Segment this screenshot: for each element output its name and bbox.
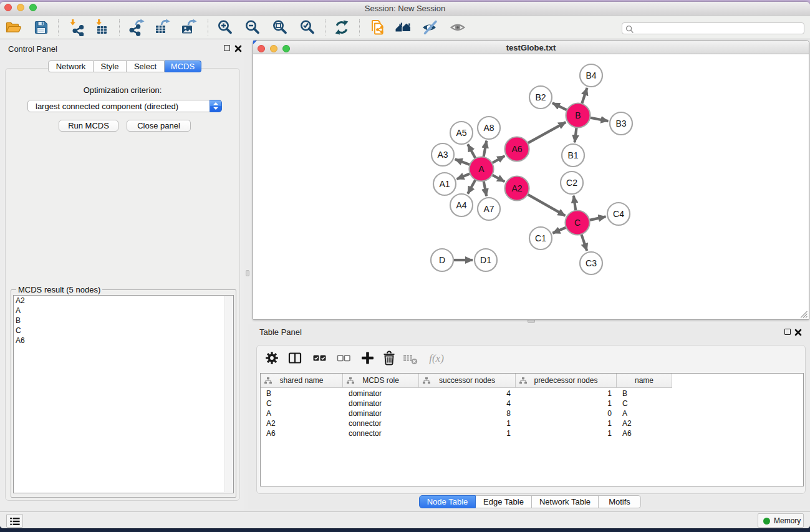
export-image-button[interactable] [180,19,198,36]
node-A1[interactable]: A1 [433,173,456,195]
search-input[interactable] [636,24,801,33]
node-B1[interactable]: B1 [562,144,584,167]
edge-B-B2[interactable] [552,103,567,110]
cell-MCDS-role[interactable]: connector [343,418,419,428]
task-history-button[interactable] [6,514,23,528]
node-C1[interactable]: C1 [529,227,552,249]
node-A2[interactable]: A2 [505,177,529,201]
edge-A2-C[interactable] [528,195,565,216]
cell-predecessor-nodes[interactable]: 1 [516,399,617,409]
edge-C-C3[interactable] [581,235,587,251]
node-A8[interactable]: A8 [478,117,500,139]
zoom-in-button[interactable] [216,19,234,36]
save-button[interactable] [32,19,50,36]
edge-A-A8[interactable] [484,141,487,157]
cell-shared-name[interactable]: B [261,389,343,399]
cell-name[interactable]: C [617,399,672,409]
node-B2[interactable]: B2 [529,86,552,109]
node-D1[interactable]: D1 [475,249,497,271]
mcds-result-item[interactable]: A2 [14,296,233,306]
cell-name[interactable]: A2 [617,418,672,428]
cell-MCDS-role[interactable]: dominator [343,399,419,409]
run-mcds-button[interactable]: Run MCDS [59,120,118,132]
edge-C-C1[interactable] [552,228,566,233]
node-B4[interactable]: B4 [580,64,602,87]
add-row-button[interactable] [359,350,375,366]
cell-predecessor-nodes[interactable]: 1 [516,389,617,399]
column-header-name[interactable]: name [617,374,672,388]
node-A[interactable]: A [470,157,494,181]
table-row-C[interactable]: Cdominator41C [261,399,803,409]
edge-A-A6[interactable] [492,156,504,163]
table-tab-node-table[interactable]: Node Table [419,495,476,508]
zoom-out-button[interactable] [244,19,261,36]
result-list-scrollbar[interactable] [224,296,233,492]
edge-B-B3[interactable] [591,118,609,121]
control-tab-style[interactable]: Style [94,60,127,72]
cell-successor-nodes[interactable]: 8 [419,409,516,418]
delete-table-button[interactable] [402,350,418,366]
node-A3[interactable]: A3 [432,143,454,166]
delete-row-button[interactable] [381,350,397,366]
edge-A-A7[interactable] [484,181,486,196]
node-C[interactable]: C [566,211,590,235]
control-panel-float-button[interactable] [224,45,230,51]
zoom-fit-button[interactable] [271,19,289,36]
table-panel-float-button[interactable] [784,329,791,335]
column-header-predecessor-nodes[interactable]: predecessor nodes [516,374,617,388]
table-panel-close-button[interactable] [794,329,802,336]
refresh-button[interactable] [333,19,350,36]
edge-A-A2[interactable] [493,175,505,182]
node-C3[interactable]: C3 [580,252,602,274]
cell-successor-nodes[interactable]: 1 [419,428,516,438]
optimization-criterion-select[interactable]: largest connected component (directed) [27,100,222,112]
select-all-button[interactable] [311,350,327,366]
search-field[interactable] [622,22,804,34]
cell-MCDS-role[interactable]: connector [343,428,419,438]
function-button[interactable]: f(x) [428,350,445,366]
open-button[interactable] [5,19,22,36]
zoom-selected-button[interactable] [299,19,316,36]
table-row-A6[interactable]: A6connector11A6 [261,428,803,438]
column-header-MCDS-role[interactable]: MCDS role [343,374,419,388]
cell-successor-nodes[interactable]: 4 [419,399,516,409]
table-row-A[interactable]: Adominator80A [261,409,803,418]
cell-shared-name[interactable]: A [261,409,343,418]
node-B[interactable]: B [566,104,591,128]
import-network-button[interactable] [67,19,84,36]
mcds-result-item[interactable]: B [14,316,233,326]
table-row-A2[interactable]: A2connector11A2 [261,418,803,428]
node-A6[interactable]: A6 [505,137,529,162]
cell-shared-name[interactable]: C [261,399,343,409]
home-button[interactable] [395,19,412,36]
hide-annotations-button[interactable] [422,19,439,36]
mcds-result-item[interactable]: A [14,306,233,316]
node-B3[interactable]: B3 [610,112,632,135]
mcds-result-item[interactable]: C [14,326,233,336]
node-A5[interactable]: A5 [450,122,473,144]
node-D[interactable]: D [431,249,453,271]
resize-grip-icon[interactable] [801,311,808,318]
cell-predecessor-nodes[interactable]: 0 [516,409,617,418]
network-canvas[interactable]: AA6A2BCA1A3A4A5A7A8B1B2B3B4C1C2C3C4DD1 [253,55,809,319]
close-panel-button[interactable]: Close panel [127,120,191,132]
cell-name[interactable]: B [617,389,672,399]
cell-shared-name[interactable]: A6 [261,428,343,438]
edge-A-A3[interactable] [455,159,470,165]
edge-A-A4[interactable] [468,180,475,194]
import-table-button[interactable] [93,19,110,36]
memory-button[interactable]: Memory [758,513,804,528]
edge-C-C4[interactable] [590,216,606,220]
cell-predecessor-nodes[interactable]: 1 [516,428,617,438]
table-tab-network-table[interactable]: Network Table [532,495,599,508]
edge-A-A1[interactable] [456,174,470,180]
duplicate-button[interactable] [369,19,386,36]
mcds-result-list[interactable]: A2ABCA6 [13,295,234,493]
export-table-button[interactable] [154,19,171,36]
mcds-result-item[interactable]: A6 [14,336,233,346]
edge-A-A5[interactable] [468,144,475,158]
node-C2[interactable]: C2 [561,172,583,194]
control-tab-select[interactable]: Select [127,60,165,72]
cell-successor-nodes[interactable]: 4 [419,389,516,399]
column-header-successor-nodes[interactable]: successor nodes [419,374,516,388]
